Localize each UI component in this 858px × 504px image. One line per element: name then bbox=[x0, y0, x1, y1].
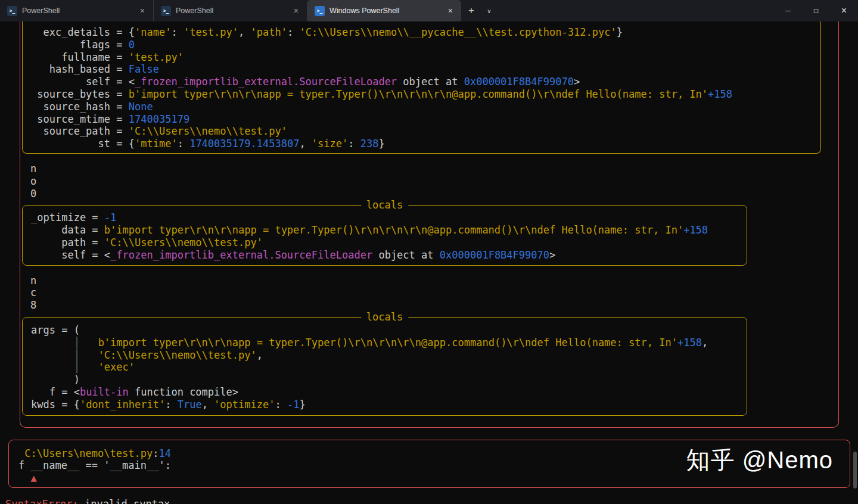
text-segment: 1740035179 bbox=[129, 113, 189, 125]
text-segment: } bbox=[378, 138, 384, 150]
text-segment: 238 bbox=[360, 138, 379, 150]
text-segment: 'name' bbox=[135, 26, 171, 38]
tab-close-icon[interactable]: × bbox=[446, 6, 455, 15]
terminal-line: SyntaxError: invalid syntax bbox=[5, 498, 858, 504]
text-segment: 'C:\\Users\\nemo\\__pycache__\\test.cpyt… bbox=[299, 26, 616, 38]
text-segment: function compile> bbox=[129, 386, 238, 398]
text-segment: 'C:\\Users\\nemo\\test.py' bbox=[129, 125, 287, 137]
locals-box-title: locals bbox=[361, 311, 408, 323]
text-segment: o bbox=[30, 175, 36, 187]
text-segment: source_mtime = bbox=[31, 113, 129, 125]
terminal-line: path = 'C:\\Users\\nemo\\test.py' bbox=[31, 237, 747, 249]
minimize-button[interactable]: ─ bbox=[774, 0, 802, 21]
tab-icon-glyph: >_ bbox=[163, 8, 169, 14]
text-segment: 'mtime' bbox=[135, 138, 178, 150]
text-segment: 0x000001F8B4F99070 bbox=[464, 76, 574, 88]
locals-box-1: exc_details = {'name': 'test.py', 'path'… bbox=[22, 21, 821, 154]
scrollbar-thumb[interactable] bbox=[853, 452, 857, 489]
terminal-screen[interactable]: exc_details = {'name': 'test.py', 'path'… bbox=[0, 21, 858, 504]
text-segment: 8 bbox=[30, 299, 36, 311]
text-segment: -1 bbox=[287, 399, 299, 410]
text-segment: False bbox=[129, 63, 159, 75]
watermark: 知乎 @Nemo bbox=[686, 454, 833, 466]
prompt-area: SyntaxError: invalid syntax(WebDev 3.12.… bbox=[5, 498, 858, 504]
text-segment: : bbox=[178, 138, 189, 150]
tab-powershell-1[interactable]: >_ PowerShell × bbox=[0, 0, 154, 21]
terminal-line: │ b'import typer\r\n\r\napp = typer.Type… bbox=[31, 337, 747, 349]
text-segment: 0 bbox=[129, 39, 135, 51]
text-segment: self = < bbox=[31, 249, 110, 261]
text-segment: : bbox=[165, 399, 177, 410]
text-segment: +158 bbox=[683, 224, 708, 236]
text-segment: args = ( bbox=[31, 324, 80, 336]
text-segment: 14 bbox=[158, 447, 170, 459]
text-segment: b'import typer\r\n\r\napp = typer.Typer(… bbox=[98, 337, 677, 349]
text-segment: n bbox=[30, 275, 36, 287]
text-segment: f = < bbox=[31, 386, 80, 398]
terminal-line: source_hash = None bbox=[31, 101, 820, 113]
text-segment: 'C:\\Users\\nemo\\test.py' bbox=[98, 349, 257, 361]
text-segment: : bbox=[287, 26, 299, 38]
close-button[interactable]: × bbox=[830, 0, 858, 21]
text-segment: │ bbox=[74, 361, 80, 373]
text-segment: hash_based = bbox=[31, 63, 129, 75]
text-segment: _optimize = bbox=[31, 211, 104, 223]
text-segment bbox=[80, 361, 98, 373]
text-segment: 'path' bbox=[251, 26, 287, 38]
text-segment: c bbox=[30, 287, 36, 298]
terminal-line: data = b'import typer\r\n\r\napp = typer… bbox=[31, 224, 747, 237]
terminal-line: exc_details = {'name': 'test.py', 'path'… bbox=[31, 26, 820, 39]
tab-powershell-2[interactable]: >_ PowerShell × bbox=[154, 0, 307, 21]
text-segment: path = bbox=[31, 237, 104, 248]
text-segment: source_bytes = bbox=[31, 88, 129, 100]
text-segment: self = < bbox=[31, 76, 135, 88]
locals-box-2: locals _optimize = -1 data = b'import ty… bbox=[22, 205, 747, 265]
text-segment: SyntaxError: bbox=[5, 498, 79, 504]
text-segment: C:\Users\nemo\test.py bbox=[24, 447, 153, 459]
locals-lines: exc_details = {'name': 'test.py', 'path'… bbox=[31, 26, 820, 150]
text-segment: object at bbox=[372, 249, 440, 261]
locals-box-title: locals bbox=[361, 199, 408, 211]
text-segment bbox=[80, 349, 98, 361]
text-segment: > bbox=[549, 249, 555, 261]
text-segment: ▲ bbox=[18, 472, 37, 484]
terminal-line: hash_based = False bbox=[31, 63, 820, 76]
text-segment: source_path = bbox=[31, 125, 129, 137]
text-segment: 'dont_inherit' bbox=[80, 399, 165, 410]
text-segment: , bbox=[299, 138, 311, 150]
tab-dropdown-icon[interactable]: ∨ bbox=[481, 0, 497, 21]
terminal-line: _optimize = -1 bbox=[31, 211, 747, 224]
terminal-window: >_ PowerShell × >_ PowerShell × >_ Windo… bbox=[0, 0, 858, 504]
restore-button[interactable]: □ bbox=[802, 0, 830, 21]
text-segment bbox=[80, 337, 98, 349]
text-segment bbox=[31, 349, 74, 361]
text-segment: : bbox=[275, 399, 287, 410]
new-tab-button[interactable]: + bbox=[461, 0, 481, 21]
terminal-line: args = ( bbox=[31, 324, 747, 337]
text-segment: : bbox=[171, 26, 183, 38]
tab-title: PowerShell bbox=[22, 7, 133, 15]
text-segment: fullname = bbox=[31, 51, 129, 63]
text-segment: 'C:\\Users\\nemo\\test.py' bbox=[104, 237, 263, 248]
text-segment: ) bbox=[31, 374, 80, 385]
powershell-icon: >_ bbox=[161, 6, 171, 16]
text-segment: : bbox=[348, 138, 360, 150]
text-segment: , bbox=[702, 337, 708, 349]
terminal-line: 8 bbox=[30, 299, 838, 312]
terminal-line: st = {'mtime': 1740035179.1453807, 'size… bbox=[31, 138, 820, 150]
tab-close-icon[interactable]: × bbox=[138, 6, 147, 15]
tab-windows-powershell[interactable]: >_ Windows PowerShell × bbox=[307, 0, 461, 21]
tab-close-icon[interactable]: × bbox=[291, 6, 301, 15]
text-segment: > bbox=[574, 76, 580, 88]
terminal-line: kwds = {'dont_inherit': True, 'optimize'… bbox=[31, 399, 747, 411]
text-segment: │ bbox=[74, 337, 80, 349]
text-segment: } bbox=[299, 399, 305, 410]
text-segment: invalid syntax bbox=[79, 498, 170, 504]
text-segment: b'import typer\r\n\r\napp = typer.Typer(… bbox=[104, 224, 683, 236]
text-segment: -1 bbox=[104, 211, 116, 223]
text-segment: 'exec' bbox=[98, 361, 135, 373]
terminal-line: │ 'C:\\Users\\nemo\\test.py', bbox=[31, 349, 747, 362]
text-segment: None bbox=[129, 101, 153, 113]
windows-powershell-icon: >_ bbox=[315, 6, 325, 16]
terminal-line: source_mtime = 1740035179 bbox=[31, 113, 820, 126]
